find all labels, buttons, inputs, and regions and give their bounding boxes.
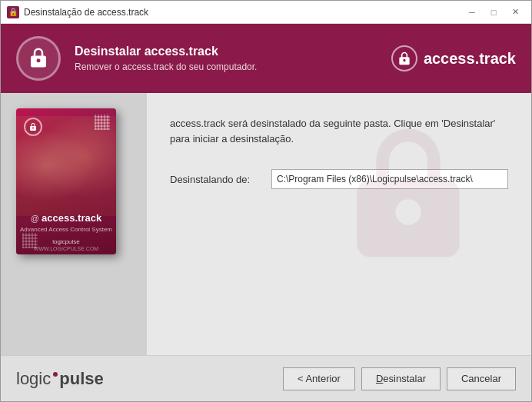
uninstall-button[interactable]: Desinstalar: [361, 367, 441, 390]
header-lock-circle: [16, 36, 61, 81]
brand-icon: [391, 45, 417, 71]
uninstall-underline-letter: D: [376, 373, 383, 384]
minimize-button[interactable]: ─: [462, 4, 482, 21]
back-button[interactable]: < Anterior: [283, 367, 355, 390]
box-product-name: @ access.track: [16, 212, 116, 224]
box-url: WWW.LOGICPULSE.COM: [16, 246, 116, 251]
right-panel: access.track será desinstalado da seguin…: [147, 93, 531, 355]
logo-pulse-text: pulse: [59, 369, 103, 389]
main-content: @ access.track Advanced Access Control S…: [1, 93, 531, 355]
logo-dot: [53, 372, 58, 377]
brand-name: access.track: [424, 50, 516, 68]
close-button[interactable]: ✕: [505, 4, 525, 21]
header-title: Desinstalar access.track: [75, 45, 257, 58]
bottom-buttons: < Anterior Desinstalar Cancelar: [283, 367, 516, 390]
uninstall-label: Desinstalar: [376, 373, 426, 384]
cancel-button[interactable]: Cancelar: [447, 367, 516, 390]
header-text-block: Desinstalar access.track Remover o acces…: [75, 45, 257, 72]
window-title: Desinstalação de access.track: [24, 7, 148, 18]
box-subtitle: Advanced Access Control System: [16, 226, 116, 233]
box-qr-top: [95, 115, 110, 130]
product-box: @ access.track Advanced Access Control S…: [16, 108, 116, 254]
header-band: Desinstalar access.track Remover o acces…: [1, 24, 531, 93]
box-logicpulse-label: logicpulse: [16, 238, 116, 245]
logo-logic-text: logic: [16, 369, 51, 389]
lock-watermark: [331, 116, 485, 272]
left-panel: @ access.track Advanced Access Control S…: [1, 93, 147, 355]
box-lock-icon: [24, 118, 42, 136]
header-brand: access.track: [391, 45, 516, 71]
header-left: Desinstalar access.track Remover o acces…: [16, 36, 257, 81]
title-bar: 🔒 Desinstalação de access.track ─ □ ✕: [1, 1, 531, 24]
lock-icon: [27, 46, 50, 71]
main-window: 🔒 Desinstalação de access.track ─ □ ✕ De…: [0, 0, 532, 402]
form-label: Desinstalando de:: [170, 174, 262, 185]
logicpulse-logo: logic pulse: [16, 369, 104, 389]
title-bar-left: 🔒 Desinstalação de access.track: [7, 6, 148, 18]
bottom-bar: logic pulse < Anterior Desinstalar Cance…: [1, 355, 531, 401]
title-bar-controls: ─ □ ✕: [462, 4, 525, 21]
app-icon: 🔒: [7, 6, 19, 18]
box-art: @ access.track Advanced Access Control S…: [16, 108, 124, 262]
maximize-button[interactable]: □: [484, 4, 504, 21]
header-subtitle: Remover o access.track do seu computador…: [75, 61, 257, 72]
